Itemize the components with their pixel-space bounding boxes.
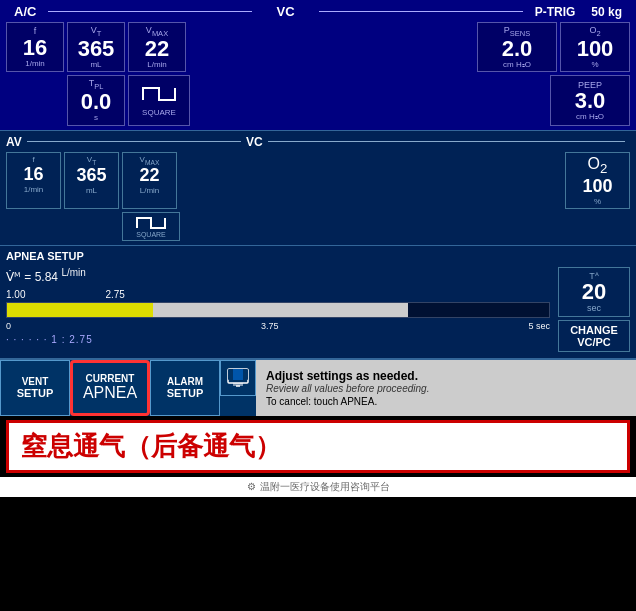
white-segment xyxy=(153,303,408,317)
mid-wave-box: SQUARE xyxy=(122,212,180,241)
change-btn-line1: CHANGE xyxy=(567,324,621,336)
vent-setup-button[interactable]: VENT SETUP xyxy=(0,360,70,416)
apnea-inner: V̇ᴹ = 5.84 L/min 1.00 2.75 0 3.75 5 sec xyxy=(6,267,630,352)
mid-vmax-box[interactable]: VMAX 22 L/min xyxy=(122,152,177,209)
peep-param-box[interactable]: PEEP 3.0 cm H₂O xyxy=(550,75,630,125)
mid-panel: AV VC f 16 1/min VT 365 mL VMAX 22 L/min… xyxy=(0,130,636,246)
peep-value: 3.0 xyxy=(575,90,606,112)
mid-o2-label: O2 xyxy=(571,155,624,176)
mid-vmax-value: 22 xyxy=(128,165,171,186)
ve-value: V̇ᴹ = 5.84 xyxy=(6,270,58,284)
waveform-box[interactable]: SQUARE xyxy=(128,75,190,125)
vmax-unit: L/min xyxy=(147,60,167,70)
alarm-setup-label: ALARM xyxy=(167,376,203,387)
o2-value: 100 xyxy=(577,38,614,60)
mid-f-label: f xyxy=(12,155,55,164)
yellow-segment xyxy=(7,303,153,317)
mid-waveform-icon xyxy=(135,215,167,231)
change-btn-line2: VC/PC xyxy=(567,336,621,348)
tpl-value: 0.0 xyxy=(81,91,112,113)
o2-unit: % xyxy=(591,60,598,69)
change-vc-pc-button[interactable]: CHANGE VC/PC xyxy=(558,320,630,352)
chinese-text: 窒息通气（后备通气） xyxy=(21,429,281,464)
mid-vt-unit: mL xyxy=(70,186,113,195)
svg-rect-2 xyxy=(233,369,243,380)
mid-o2-value: 100 xyxy=(571,176,624,197)
watermark-icon: ⚙ xyxy=(247,481,256,492)
bar1-label: 1.00 xyxy=(6,289,25,300)
ta-unit: sec xyxy=(567,303,621,313)
tpl-unit: s xyxy=(94,113,98,123)
peep-unit: cm H₂O xyxy=(576,112,604,121)
vmax-value: 22 xyxy=(145,38,169,60)
mid-vt-box[interactable]: VT 365 mL xyxy=(64,152,119,209)
watermark-text: 温附一医疗设备使用咨询平台 xyxy=(260,480,390,494)
mid-f-unit: 1/min xyxy=(12,185,55,194)
mid-f-value: 16 xyxy=(12,164,55,185)
ptrig-label: P-TRIG xyxy=(527,5,584,19)
vt-unit: mL xyxy=(90,60,101,70)
tpl-param-box[interactable]: TPL 0.0 s xyxy=(67,75,125,125)
apnea-graph-area: V̇ᴹ = 5.84 L/min 1.00 2.75 0 3.75 5 sec xyxy=(6,267,550,345)
psens-value: 2.0 xyxy=(502,38,533,60)
ve-unit: L/min xyxy=(61,267,85,278)
mid-vc-label: VC xyxy=(246,135,263,149)
f-value: 16 xyxy=(23,37,47,59)
current-apnea-button[interactable]: CURRENT APNEA xyxy=(70,360,150,416)
bottom-bar: VENT SETUP CURRENT APNEA ALARM SETUP Adj… xyxy=(0,358,636,416)
mid-f-box[interactable]: f 16 1/min xyxy=(6,152,61,209)
av-label: AV xyxy=(6,135,22,149)
info-italic-text: Review all values before proceeding. xyxy=(266,383,626,394)
ta-value: 20 xyxy=(567,281,621,303)
bar2-label: 2.75 xyxy=(105,289,124,300)
psens-param-box[interactable]: PSENS 2.0 cm H₂O xyxy=(477,22,557,72)
vent-setup-sub: SETUP xyxy=(17,387,54,399)
info-main-text: Adjust settings as needed. xyxy=(266,369,626,383)
vmax-param-box[interactable]: VMAX 22 L/min xyxy=(128,22,186,72)
mid-vmax-label: VMAX xyxy=(128,155,171,166)
mid-vmax-unit: L/min xyxy=(128,186,171,195)
mid-vt-label: VT xyxy=(70,155,113,166)
f-param-box[interactable]: f 16 1/min xyxy=(6,22,64,72)
apnea-setup-section: APNEA SETUP V̇ᴹ = 5.84 L/min 1.00 2.75 0… xyxy=(0,246,636,358)
top-panel: A/C VC P-TRIG 50 kg f 16 1/min VT 365 mL… xyxy=(0,0,636,130)
alarm-setup-sub: SETUP xyxy=(167,387,204,399)
current-apnea-sub: APNEA xyxy=(83,384,137,402)
ac-label: A/C xyxy=(6,4,44,19)
mid-o2-box[interactable]: O2 100 % xyxy=(565,152,630,209)
watermark: ⚙ 温附一医疗设备使用咨询平台 xyxy=(0,477,636,497)
ta-box: Tᴬ 20 sec xyxy=(558,267,630,317)
vc-label: VC xyxy=(256,4,314,19)
info-box: Adjust settings as needed. Review all va… xyxy=(256,360,636,416)
apnea-right-boxes: Tᴬ 20 sec CHANGE VC/PC xyxy=(558,267,630,352)
alarm-setup-button[interactable]: ALARM SETUP xyxy=(150,360,220,416)
mid-wave-label: SQUARE xyxy=(136,231,166,238)
f-unit: 1/min xyxy=(25,59,45,69)
chinese-banner: 窒息通气（后备通气） xyxy=(6,420,630,473)
tick-375: 3.75 xyxy=(261,321,279,331)
info-cancel-text: To cancel: touch APNEA. xyxy=(266,396,626,407)
o2-param-box[interactable]: O2 100 % xyxy=(560,22,630,72)
monitor-icon xyxy=(226,366,250,390)
tick-5: 5 sec xyxy=(528,321,550,331)
waveform-icon xyxy=(141,84,177,108)
screen-icon-button[interactable] xyxy=(220,360,256,396)
vent-setup-label: VENT xyxy=(22,376,49,387)
wave-label: SQUARE xyxy=(142,108,176,117)
mid-vt-value: 365 xyxy=(70,165,113,186)
apnea-progress-bar xyxy=(6,302,550,318)
ratio-label: · · · · · · 1 : 2.75 xyxy=(6,334,550,345)
ve-label: V̇ᴹ = 5.84 L/min xyxy=(6,267,550,284)
kg-label: 50 kg xyxy=(583,5,630,19)
psens-unit: cm H₂O xyxy=(503,60,531,69)
current-apnea-label: CURRENT xyxy=(86,373,135,384)
apnea-setup-title: APNEA SETUP xyxy=(6,250,630,262)
vt-param-box[interactable]: VT 365 mL xyxy=(67,22,125,72)
mid-o2-unit: % xyxy=(571,197,624,206)
tick-0: 0 xyxy=(6,321,11,331)
vt-value: 365 xyxy=(78,38,115,60)
